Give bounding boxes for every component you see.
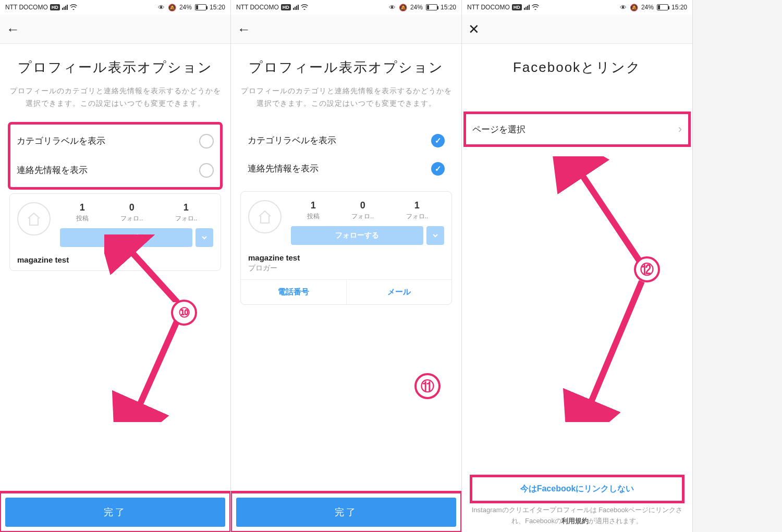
battery-pct: 24% [179,4,192,11]
terms-link[interactable]: 利用規約 [561,517,589,525]
footer-note: Instagramのクリエイタープロフィールは Facebookページにリンクさ… [462,502,692,532]
bell-mute-icon: 🔕 [399,4,407,11]
hd-badge: HD [281,4,291,10]
svg-line-1 [136,320,177,414]
house-icon [25,210,43,228]
close-icon[interactable]: ✕ [468,22,480,36]
battery-icon [195,4,206,10]
app-bar: ✕ [462,15,692,44]
check-on-icon[interactable]: ✓ [431,134,445,147]
status-bar: NTT DOCOMO HD 👁 🔕 24% 15:20 [462,0,692,15]
hd-badge: HD [50,4,60,10]
stat-posts: 1 [76,202,89,213]
annotation-marker-12: ⑫ [634,256,660,282]
toggle-group: カテゴリラベルを表示 連絡先情報を表示 [9,123,221,188]
done-button-wrap: 完了 [0,492,230,532]
preview-category: ブロガー [248,264,444,273]
toggle-contact-info[interactable]: 連絡先情報を表示 [10,156,220,185]
eye-icon: 👁 [389,4,396,11]
clock: 15:20 [441,4,456,11]
stat-followers: 0 [351,200,374,211]
battery-pct: 24% [641,4,654,11]
chevron-right-icon: › [678,122,682,136]
carrier-label: NTT DOCOMO [236,4,279,11]
select-page-label: ページを選択 [472,123,526,135]
toggle-group: カテゴリラベルを表示 ✓ 連絡先情報を表示 ✓ [240,123,452,186]
back-arrow-icon[interactable]: ← [6,22,20,36]
wifi-icon [532,4,539,11]
svg-line-0 [125,245,177,302]
clock: 15:20 [671,4,687,11]
follow-more-button[interactable] [196,228,213,247]
back-arrow-icon[interactable]: ← [237,22,251,36]
toggle-contact-info[interactable]: 連絡先情報を表示 ✓ [241,155,451,183]
signal-icon [62,5,68,10]
skip-facebook-link[interactable]: 今はFacebookにリンクしない [471,476,683,502]
house-icon [256,208,274,226]
toggle-label: カテゴリラベルを表示 [17,135,105,147]
signal-icon [293,5,299,10]
wifi-icon [301,4,308,11]
profile-preview-card: 1投稿 0フォロ.. 1フォロ.. フォローする magazine test ブ… [240,191,452,305]
carrier-label: NTT DOCOMO [5,4,48,11]
toggle-label: カテゴリラベルを表示 [248,134,336,146]
skip-link-wrap: 今はFacebookにリンクしない [471,476,683,502]
radio-off-icon[interactable] [199,134,214,149]
page-title: プロフィール表示オプション [9,57,221,78]
screen-2: NTT DOCOMO HD 👁 🔕 24% 15:20 ← プロフィール表示オプ… [231,0,462,532]
select-page-row[interactable]: ページを選択 › [465,113,689,145]
stat-followers: 0 [120,202,143,213]
done-button[interactable]: 完了 [5,498,225,527]
bell-mute-icon: 🔕 [630,4,638,11]
toggle-label: 連絡先情報を表示 [248,163,319,175]
eye-icon: 👁 [158,4,165,11]
clock: 15:20 [210,4,225,11]
toggle-category-label[interactable]: カテゴリラベルを表示 ✓ [241,127,451,155]
contact-phone-button[interactable]: 電話番号 [241,280,347,304]
battery-pct: 24% [410,4,423,11]
screen-3: NTT DOCOMO HD 👁 🔕 24% 15:20 ✕ Facebookとリ… [462,0,693,532]
follow-button[interactable]: フォローする [291,226,423,245]
follow-more-button[interactable] [426,226,444,245]
contact-mail-button[interactable]: メール [347,280,452,304]
annotation-arrow [556,276,655,422]
annotation-marker-11: ⑪ [414,373,441,399]
battery-icon [426,4,437,10]
svg-line-2 [577,167,639,261]
wifi-icon [70,4,77,11]
status-bar: NTT DOCOMO HD 👁 🔕 24% 15:20 [0,0,230,15]
stat-following: 1 [175,202,198,213]
bell-mute-icon: 🔕 [168,4,176,11]
carrier-label: NTT DOCOMO [467,4,510,11]
screen-1: NTT DOCOMO HD 👁 🔕 24% 15:20 ← プロフィール表示オプ… [0,0,231,532]
battery-icon [657,4,668,10]
status-bar: NTT DOCOMO HD 👁 🔕 24% 15:20 [231,0,461,15]
page-title: Facebookとリンク [462,57,692,78]
app-bar: ← [231,15,461,44]
signal-icon [524,5,530,10]
page-title: プロフィール表示オプション [240,57,452,78]
done-button-wrap: 完了 [231,492,461,532]
radio-off-icon[interactable] [199,163,214,178]
eye-icon: 👁 [620,4,627,11]
app-bar: ← [0,15,230,44]
annotation-arrow [104,234,188,302]
hd-badge: HD [512,4,522,10]
avatar-placeholder [248,200,282,233]
annotation-arrow [104,318,188,422]
stat-posts: 1 [307,200,320,211]
page-subtitle: プロフィールのカテゴリと連絡先情報を表示するかどうかを選択できます。この設定はい… [9,85,221,110]
toggle-label: 連絡先情報を表示 [17,164,88,176]
done-button[interactable]: 完了 [236,498,456,527]
page-subtitle: プロフィールのカテゴリと連絡先情報を表示するかどうかを選択できます。この設定はい… [240,85,452,110]
annotation-marker-10: ⑩ [171,300,197,326]
preview-username: magazine test [248,253,444,262]
toggle-category-label[interactable]: カテゴリラベルを表示 [10,127,220,156]
contact-row: 電話番号 メール [241,279,451,304]
stat-following: 1 [406,200,429,211]
check-on-icon[interactable]: ✓ [431,162,445,176]
annotation-arrow [551,156,655,266]
svg-line-3 [587,281,642,412]
avatar-placeholder [17,202,51,236]
